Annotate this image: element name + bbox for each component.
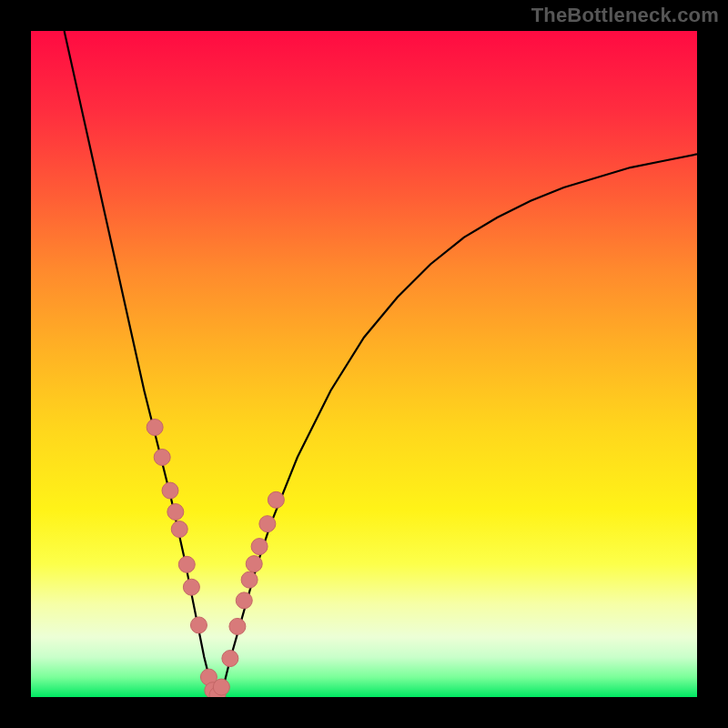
highlight-marker <box>154 449 170 465</box>
bottleneck-curve-path <box>65 31 697 697</box>
highlight-marker <box>178 556 195 572</box>
highlight-marker <box>213 679 229 695</box>
highlight-marker <box>241 571 258 588</box>
chart-stage: TheBottleneck.com <box>0 0 728 728</box>
highlight-marker <box>246 556 262 572</box>
highlight-marker <box>251 539 268 555</box>
highlight-marker <box>236 592 252 609</box>
highlight-marker <box>229 618 246 634</box>
highlight-marker <box>147 420 163 436</box>
watermark-text: TheBottleneck.com <box>531 4 719 27</box>
plot-area <box>31 31 697 697</box>
highlight-marker <box>162 482 178 499</box>
highlight-marker <box>259 516 276 532</box>
highlight-marker <box>183 579 199 595</box>
highlight-marker <box>167 504 184 521</box>
highlight-marker <box>190 617 207 633</box>
highlight-marker <box>268 491 284 508</box>
highlight-markers <box>147 420 284 697</box>
chart-svg <box>31 31 697 697</box>
highlight-marker <box>222 651 238 667</box>
highlight-marker <box>171 521 187 538</box>
